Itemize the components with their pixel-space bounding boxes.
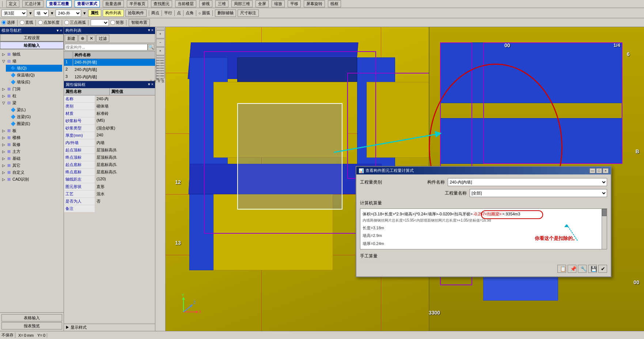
rt-select[interactable]: 选择 [156,28,165,30]
component-name-select[interactable]: 240-内[内墙] [448,178,607,186]
tree-item-decor[interactable]: ▷ ⊞ 装修 [1,141,62,148]
btn-view-qty[interactable]: 查看工程量 [46,0,72,7]
rt-plus[interactable]: + [156,30,165,38]
rt-grip[interactable]: 设置夹点 [156,76,165,78]
new-comp-btn[interactable]: 新建 [65,35,78,42]
search-input[interactable] [65,44,148,50]
engineering-name-select[interactable]: [全部] [470,189,607,197]
btn-find-element[interactable]: 查找图元 [151,0,172,7]
tree-item-axis[interactable]: ▷ ⊞ 轴线 [1,51,62,58]
tree-item-earthwork[interactable]: ▷ ⊞ 土方 [1,148,62,155]
filter-comp-btn[interactable]: 过滤 [96,35,109,42]
rt-trim[interactable]: 修剪 [156,58,165,60]
line-radio[interactable]: 直线 [20,20,33,25]
delete-helper-btn[interactable]: 删除辅轴 [215,10,236,17]
tree-item-foundation[interactable]: ▷ ⊞ 基础 [1,155,62,162]
tree-item-beam[interactable]: ▽ ⊟ 梁 [1,99,62,106]
pick-btn[interactable]: 拾取构件 [125,10,147,17]
tree-item-wall-q[interactable]: 🔷 墙(Q) [6,65,62,72]
comp-row-1[interactable]: 1 240-外[外墙] [64,59,155,66]
tree-item-door[interactable]: ▷ ⊞ 门洞 [1,86,62,93]
list-btn[interactable]: 构件列表 [103,10,124,17]
rect-radio[interactable]: 矩形 [110,20,124,25]
dialog-titlebar: 📊 查看构件图元工程量计算式 — □ × [356,167,611,174]
arc-mode-select[interactable] [91,19,109,26]
btn-calc[interactable]: 汇总计算 [22,0,43,7]
tree-item-lintel[interactable]: 🔷 连梁(G) [6,113,62,120]
tree-item-cad[interactable]: ▷ ⊞ CAD识别 [1,176,62,183]
footer-icon-2[interactable]: 📌 [568,265,576,273]
formula-scrollbar[interactable] [602,209,607,249]
category-select[interactable]: 墙 [34,10,49,17]
tree-item-insulated-wall[interactable]: 🔷 保温墙(Q) [6,72,62,79]
tree-item-stairs[interactable]: ▷ ⊞ 楼梯 [1,134,62,141]
footer-icon-4[interactable]: 💾 [588,265,597,273]
rt-extend[interactable]: 延伸 [156,56,165,58]
dialog-footer: 📋 📌 🔧 💾 ✔ [360,261,607,273]
btn-view-formula[interactable]: 查看计算式 [75,0,100,7]
report-preview-btn[interactable]: 报表预览 [1,322,62,329]
property-btn[interactable]: 属性 [88,10,101,17]
smart-layout-btn[interactable]: 智能布置 [129,19,150,26]
tree-item-beam-l[interactable]: 🔷 梁(L) [6,106,62,113]
comp-table-header: 构件名称 [64,52,155,59]
copy-comp-btn[interactable]: ⊕ [79,35,87,42]
coord-label-00: 00 [504,42,510,48]
btn-3d[interactable]: 三维 [215,0,228,7]
dialog-min-btn[interactable]: — [590,168,595,173]
tree-item-wall-pier[interactable]: 🔷 墙垛(E) [6,79,62,86]
rt-align[interactable]: 对齐 [156,68,165,71]
type-select[interactable]: 240-外 [56,10,81,17]
btn-wireframe[interactable]: 线框 [328,0,341,7]
rt-stretch[interactable]: 拉伸 [156,74,165,76]
rt-offset[interactable]: 偏移 [156,71,165,73]
btn-pan[interactable]: 平移 [288,0,301,7]
display-style-toggle[interactable]: ▶ 显示样式 [64,324,155,331]
btn-local-3d[interactable]: 局部三维 [231,0,253,7]
tree-item-slab[interactable]: ▷ ⊞ 板 [1,127,62,134]
tree-item-other[interactable]: ▷ ⊞ 其它 [1,162,62,169]
comp-row-2[interactable]: 2 240-内[内墙] [64,66,155,74]
comp-row-3[interactable]: 3 120-内[内墙] [64,74,155,81]
tree-item-wall[interactable]: ▽ ⊟ 墙 [1,58,62,65]
btn-current-floor[interactable]: 当前楼层 [175,0,196,7]
btn-zoom[interactable]: 缩放 [272,0,285,7]
delete-comp-btn[interactable]: ✕ [87,35,95,42]
drawing-input-btn[interactable]: 绘图输入 [0,42,64,49]
tree-item-custom[interactable]: ▷ ⊞ 自定义 [1,169,62,176]
btn-define[interactable]: 定义 [6,0,19,7]
viewport-3d[interactable]: 00 1/4 6 B 00 12 13 3300 X Y [166,27,644,331]
manual-calc-title: 手工算量 [360,253,607,259]
search-icon[interactable]: 🔍 [148,44,154,50]
rt-cross[interactable]: × [156,47,165,55]
btn-top-view[interactable]: 俯视 [199,0,212,7]
btn-screen-rotate[interactable]: 屏幕旋转 [304,0,325,7]
footer-icon-5[interactable]: ✔ [598,265,607,273]
rt-split[interactable]: 分割 [156,66,165,68]
floor-select[interactable]: 第3层 [1,10,27,17]
dialog-close-btn[interactable]: × [603,168,609,173]
dialog-body: 工程量类别 构件名称 240-内[内墙] 工程量名称 [全部] [356,174,611,276]
project-settings-btn[interactable]: 工程设置 [0,34,64,41]
btn-fullscreen[interactable]: 全屏 [255,0,269,7]
coord-label-14: 1/4 [613,42,620,48]
formula-detail-height: 墙高=2.9m [363,233,599,239]
btn-half-page[interactable]: 半开板页 [127,0,148,7]
footer-icon-3[interactable]: 🔧 [578,265,587,273]
dialog-max-btn[interactable]: □ [596,168,602,173]
select-radio[interactable]: 选择 [1,20,15,25]
grid-num-13: 13 [175,240,181,246]
tree-item-ring-beam[interactable]: 🔷 圈梁(E) [6,120,62,127]
point-length-radio[interactable]: 点加长度 [38,20,60,25]
three-arc-radio[interactable]: 三点画弧 [64,20,86,25]
rt-break[interactable]: 打断 [156,61,165,63]
svg-marker-5 [190,305,193,308]
dim-btn[interactable]: 尺寸标注 [238,10,259,17]
table-input-btn[interactable]: 表格输入 [1,314,62,321]
computer-calc-title: 计算机算量 [360,200,607,206]
btn-batch-select[interactable]: 批量选择 [103,0,124,7]
footer-icon-1[interactable]: 📋 [557,265,566,273]
rt-merge[interactable]: 合并 [156,63,165,65]
rt-minus[interactable]: − [156,39,165,47]
tree-item-column[interactable]: ▷ ⊞ 柱 [1,93,62,99]
